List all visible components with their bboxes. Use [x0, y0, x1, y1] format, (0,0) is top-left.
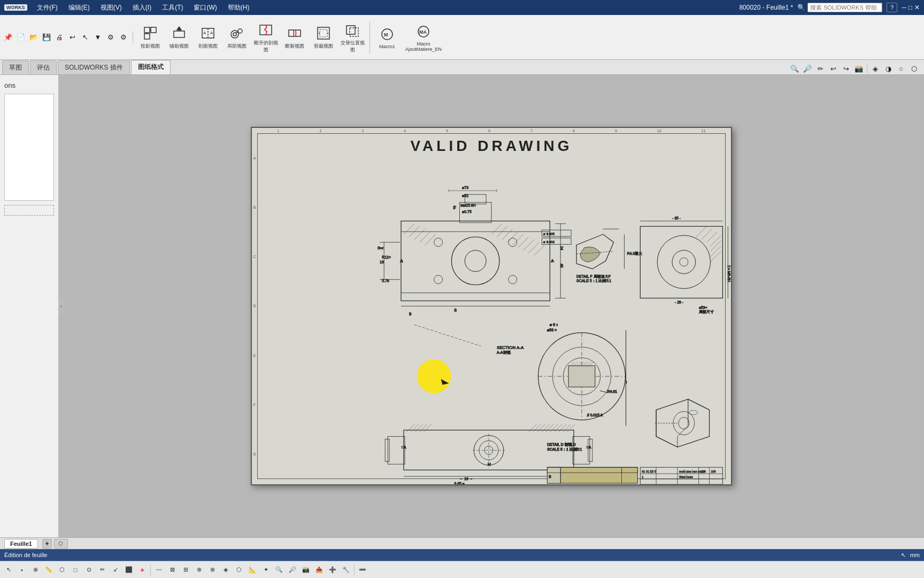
bdtool-hex2[interactable]: ⬡: [233, 564, 245, 576]
bdtool-settings[interactable]: 🔧: [340, 564, 352, 576]
bdtool-zoom[interactable]: 🔍: [273, 564, 286, 576]
svg-text:A: A: [551, 258, 554, 263]
tab-solidworks-plugins[interactable]: SOLIDWORKS 插件: [58, 60, 130, 74]
menu-file[interactable]: 文件(F): [35, 2, 60, 13]
toolbar-pin[interactable]: 📌: [2, 32, 14, 43]
toolbar-print[interactable]: 🖨: [53, 32, 65, 43]
bdtool-camera[interactable]: 📸: [299, 564, 312, 576]
svg-line-146: [424, 424, 432, 432]
tab-sketch[interactable]: 草图: [2, 60, 29, 74]
bdtool-zoomout[interactable]: 🔎: [286, 564, 299, 576]
svg-line-142: [406, 424, 414, 432]
svg-line-95: [696, 226, 707, 237]
canvas-area[interactable]: 12345 67891011 ABCDEFG VALID DRAWING: [59, 75, 924, 537]
bdtool-diamond[interactable]: ◈: [219, 564, 232, 576]
bdtool-point[interactable]: •: [16, 564, 28, 576]
svg-text:113: 113: [700, 470, 705, 473]
add-sheet-button[interactable]: +: [42, 539, 52, 549]
help-button[interactable]: ?: [887, 3, 897, 12]
toolbar-projection-view[interactable]: 投影视图: [136, 18, 164, 57]
detail-view-top-right: R4.3最大 DETAIL F 局部放大F SCALE 5：1 比例5:1: [576, 229, 642, 283]
tab-sheet-format[interactable]: 图纸格式: [131, 60, 171, 74]
bdtool-star[interactable]: ✦: [259, 564, 272, 576]
toolbar-setting2[interactable]: ⚙: [118, 32, 129, 43]
toolbar-section-view[interactable]: A A 剖面视图: [194, 18, 222, 57]
toolbar-broken-section[interactable]: 断开的剖视图: [252, 18, 280, 57]
toolbar-open[interactable]: 📂: [28, 32, 40, 43]
view-tool-wireframe[interactable]: ○: [895, 63, 907, 74]
sheet-menu-button[interactable]: ⬡: [54, 539, 68, 549]
svg-text:B: B: [454, 308, 457, 312]
svg-line-144: [415, 424, 423, 432]
svg-point-94: [680, 258, 688, 267]
bdtool-line[interactable]: 📏: [42, 564, 55, 576]
svg-line-37: [404, 224, 414, 234]
bdtool-hex[interactable]: ⬡: [56, 564, 68, 576]
menu-window[interactable]: 窗口(W): [191, 2, 219, 13]
toolbar-auxiliary-view[interactable]: 辅助视图: [165, 18, 193, 57]
toolbar-crop-view[interactable]: 剪裁视图: [310, 18, 337, 57]
toolbar-alternate-view[interactable]: 交替位置视图: [338, 18, 366, 57]
title-bar-left: WORKS 文件(F) 编辑(E) 视图(V) 插入(I) 工具(T) 窗口(W…: [4, 2, 251, 13]
bdtool-wave[interactable]: 〰: [152, 564, 165, 576]
menu-edit[interactable]: 编辑(E): [66, 2, 92, 13]
view-tool-3[interactable]: ✏: [814, 63, 826, 74]
toolbar-new[interactable]: 📄: [15, 32, 27, 43]
view-tool-shading[interactable]: ◑: [882, 63, 894, 74]
bdtool-select[interactable]: ↖: [2, 564, 15, 576]
bdtool-triangle[interactable]: 🔺: [136, 564, 149, 576]
svg-line-44: [502, 229, 513, 240]
toolbar-broken-view[interactable]: 断裂视图: [281, 18, 309, 57]
menu-tools[interactable]: 工具(T): [160, 2, 185, 13]
toolbar-save[interactable]: 💾: [41, 32, 52, 43]
toolbar-dropdown[interactable]: ▼: [92, 32, 104, 43]
svg-text:A: A: [400, 258, 403, 263]
bdtool-circle[interactable]: ⊙: [82, 564, 95, 576]
bdtool-add[interactable]: ➕: [326, 564, 339, 576]
view-tool-1[interactable]: 🔍: [789, 63, 800, 74]
bdtool-fill[interactable]: ⬛: [122, 564, 135, 576]
panel-expand[interactable]: ⬡: [908, 63, 920, 74]
bdtool-grid[interactable]: ⊠: [166, 564, 179, 576]
toolbar-selection[interactable]: ↖: [79, 32, 91, 43]
sidebar-panel-text: ons: [2, 79, 56, 92]
sidebar-toggle[interactable]: ›: [58, 298, 64, 314]
bdtool-minus[interactable]: ➖: [356, 564, 369, 576]
bdtool-circle2[interactable]: ⊕: [192, 564, 205, 576]
menu-view[interactable]: 视图(V): [98, 2, 124, 13]
svg-point-36: [509, 275, 517, 284]
menu-help[interactable]: 帮助(H): [226, 2, 252, 13]
toolbar-setting1[interactable]: ⚙: [105, 32, 117, 43]
view-tool-display[interactable]: ◈: [869, 63, 881, 74]
bdtool-crosshair[interactable]: ⊕: [29, 564, 42, 576]
status-units: mm: [910, 552, 920, 558]
svg-text:B: B: [549, 475, 551, 478]
svg-text:24: 24: [560, 246, 564, 250]
bdtool-pencil[interactable]: ✏: [96, 564, 109, 576]
toolbar-macro1[interactable]: M Macro1: [373, 18, 401, 57]
svg-line-47: [518, 237, 529, 248]
bdtool-arrow[interactable]: ↙: [109, 564, 122, 576]
toolbar-macro2[interactable]: MA Macro AjoutMatiere_EN: [402, 18, 445, 57]
view-tool-4[interactable]: ↩: [827, 63, 839, 74]
svg-rect-133: [388, 437, 405, 465]
window-controls[interactable]: ─ □ ✕: [902, 4, 920, 11]
bdtool-ruler[interactable]: 📐: [246, 564, 259, 576]
view-tool-5[interactable]: ↪: [840, 63, 852, 74]
menu-insert[interactable]: 插入(I): [130, 2, 153, 13]
bdtool-cross[interactable]: ⊗: [206, 564, 219, 576]
toolbar-detail-view[interactable]: 局部视图: [223, 18, 251, 57]
tab-evaluate[interactable]: 评估: [30, 60, 57, 74]
sheet-tab-feuille1[interactable]: Feuille1: [4, 539, 38, 549]
search-bar: 🔍: [797, 3, 882, 12]
bdtool-export[interactable]: 📤: [313, 564, 326, 576]
view-tool-2[interactable]: 🔎: [802, 63, 813, 74]
search-input[interactable]: [807, 3, 882, 12]
svg-text:16: 16: [380, 260, 384, 264]
toolbar-undo[interactable]: ↩: [66, 32, 78, 43]
bdtool-rect[interactable]: □: [69, 564, 82, 576]
svg-text:SCALE 5：1  比例5:1: SCALE 5：1 比例5:1: [547, 447, 582, 451]
view-tool-6[interactable]: 📸: [853, 63, 865, 74]
bdtool-plus[interactable]: ⊞: [179, 564, 192, 576]
svg-text:F: F: [453, 205, 456, 210]
